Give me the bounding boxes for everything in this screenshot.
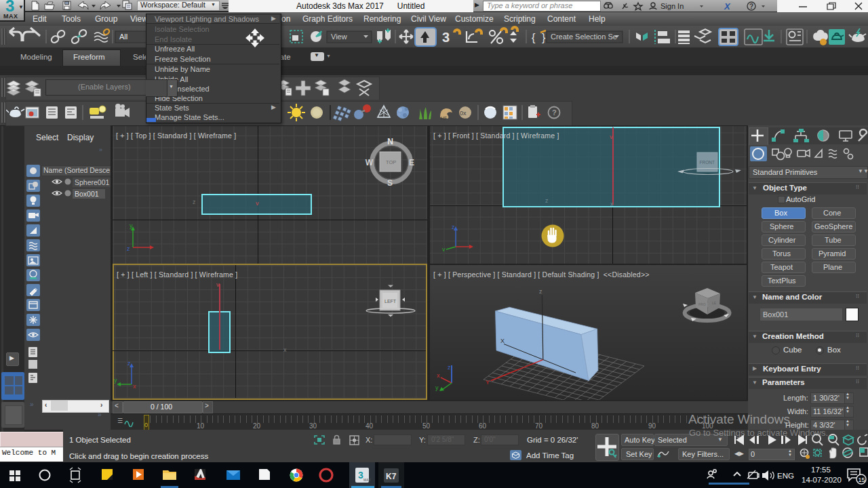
svg-text:LE: LE (712, 301, 717, 305)
svg-text:3: 3 (358, 470, 363, 481)
svg-text:Create Selection Se: Create Selection Se (551, 33, 617, 41)
svg-text:x: x (437, 372, 440, 379)
svg-text:?: ? (552, 108, 557, 117)
svg-text:X: X (724, 1, 731, 12)
svg-text:TOP: TOP (386, 159, 396, 165)
svg-text:Y: Y (486, 379, 490, 386)
svg-text:MAX: MAX (363, 478, 372, 482)
svg-text:y: y (442, 246, 446, 251)
svg-text:N: N (387, 137, 393, 146)
svg-text:z: z (448, 364, 451, 371)
svg-text:?: ? (749, 3, 753, 10)
svg-text:z: z (539, 288, 542, 295)
svg-text:{: { (532, 32, 536, 43)
svg-text:ENG: ENG (777, 472, 794, 480)
svg-text:Sign In: Sign In (660, 2, 684, 10)
svg-text:z: z (127, 360, 131, 367)
svg-text:X: X (500, 338, 505, 344)
svg-text:y: y (114, 377, 117, 384)
svg-text:15: 15 (859, 476, 865, 483)
svg-text:View: View (331, 33, 347, 41)
svg-text:W: W (366, 158, 374, 167)
svg-text:K7: K7 (386, 472, 397, 481)
svg-text:All: All (119, 33, 127, 41)
svg-text:S: S (387, 178, 393, 188)
svg-text:y: y (130, 222, 133, 229)
svg-text:x: x (133, 383, 136, 389)
svg-text:0x: 0x (460, 110, 467, 117)
svg-text:LEFT: LEFT (384, 299, 397, 304)
svg-text:3: 3 (442, 30, 450, 45)
svg-text:FRONT: FRONT (700, 160, 715, 165)
svg-text:E: E (409, 158, 414, 167)
svg-text:z: z (452, 224, 455, 230)
svg-text:z: z (127, 245, 130, 251)
svg-text:y: y (435, 384, 439, 391)
svg-text:FRO: FRO (698, 302, 706, 306)
svg-text:}: } (542, 32, 546, 43)
svg-text:HF: HF (441, 116, 447, 121)
